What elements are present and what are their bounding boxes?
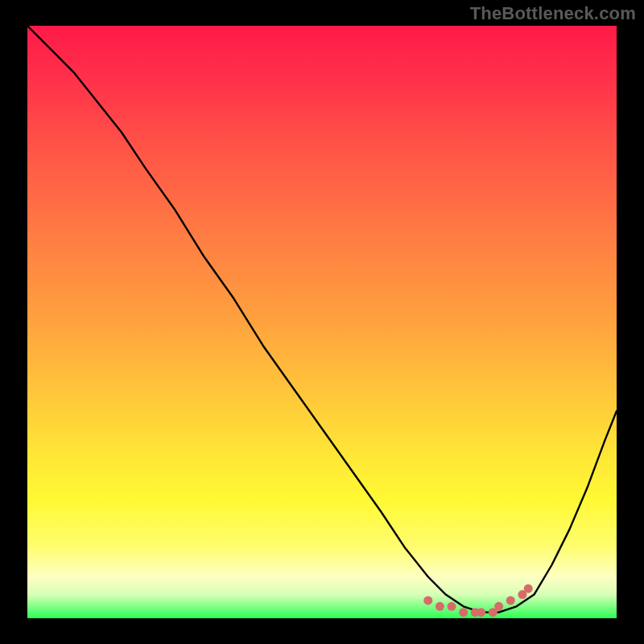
- chart-plot-area: [27, 26, 617, 618]
- highlight-marker: [436, 602, 444, 611]
- highlight-marker: [477, 608, 485, 617]
- highlight-marker: [524, 584, 533, 593]
- curve-group: [27, 26, 617, 613]
- highlight-marker: [506, 596, 515, 605]
- highlight-marker: [423, 596, 432, 605]
- watermark-text: TheBottleneck.com: [470, 3, 636, 24]
- chart-svg: [27, 26, 617, 618]
- highlight-marker: [494, 602, 503, 611]
- highlight-marker: [459, 608, 468, 617]
- bottleneck-curve: [27, 26, 617, 613]
- highlight-marker: [448, 602, 456, 611]
